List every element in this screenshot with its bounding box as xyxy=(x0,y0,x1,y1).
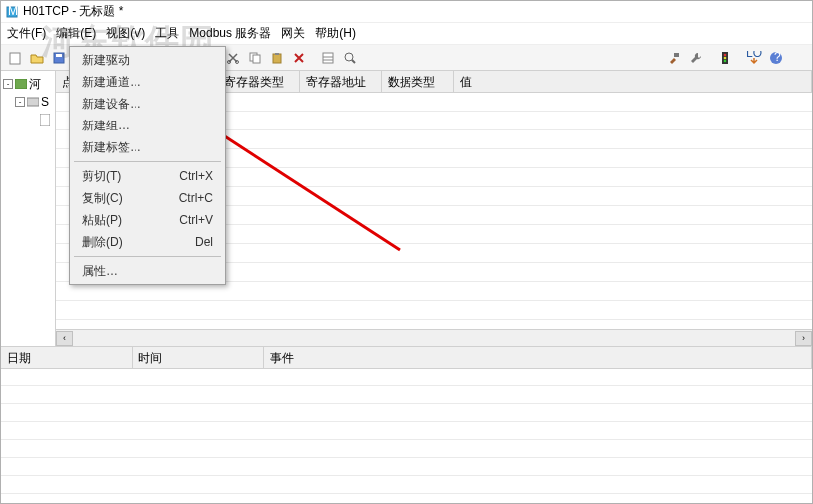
ctx-label: 新建组… xyxy=(82,118,130,134)
menu-help[interactable]: 帮助(H) xyxy=(315,25,356,42)
ctx-label: 新建通道… xyxy=(82,74,141,91)
tool-traffic-icon[interactable] xyxy=(715,48,735,68)
scroll-left-icon[interactable]: ‹ xyxy=(56,331,73,346)
svg-point-25 xyxy=(724,56,727,59)
menu-view[interactable]: 视图(V) xyxy=(106,25,145,42)
ctx-new-channel[interactable]: 新建通道… xyxy=(72,71,223,93)
ctx-new-group[interactable]: 新建组… xyxy=(72,115,223,136)
tree-root[interactable]: - 河 xyxy=(3,75,53,93)
menu-tools[interactable]: 工具 xyxy=(155,25,179,42)
ctx-label: 复制(C) xyxy=(82,190,123,207)
tool-cut-icon[interactable] xyxy=(223,48,243,68)
ctx-separator xyxy=(74,161,221,162)
tree-leaf-icon xyxy=(27,115,37,125)
tree-pane: - 河 - S xyxy=(1,71,56,346)
menu-modbus[interactable]: Modbus 服务器 xyxy=(189,25,271,42)
ctx-label: 属性… xyxy=(82,263,118,280)
ctx-label: 新建设备… xyxy=(82,96,141,113)
svg-point-24 xyxy=(724,53,727,56)
tool-zoom-icon[interactable] xyxy=(340,48,360,68)
menu-edit[interactable]: 编辑(E) xyxy=(56,25,96,42)
table-row xyxy=(56,301,812,320)
tree-child-1-label: S xyxy=(41,95,49,109)
ctx-new-tag[interactable]: 新建标签… xyxy=(72,136,223,158)
svg-rect-22 xyxy=(674,53,679,57)
tool-help-icon[interactable]: ? xyxy=(766,48,786,68)
menu-bar: 文件(F) 编辑(E) 视图(V) 工具 Modbus 服务器 网关 帮助(H) xyxy=(1,23,812,45)
tool-paste-icon[interactable] xyxy=(267,48,287,68)
svg-rect-15 xyxy=(273,54,281,63)
menu-gateway[interactable]: 网关 xyxy=(281,25,305,42)
ctx-shortcut: Del xyxy=(195,235,213,249)
log-col-date[interactable]: 日期 xyxy=(1,347,133,368)
tree-child-1[interactable]: - S xyxy=(3,93,53,111)
log-body[interactable] xyxy=(1,369,812,488)
ctx-separator xyxy=(74,256,221,257)
tree-collapse-icon[interactable]: - xyxy=(3,79,13,89)
svg-rect-17 xyxy=(323,53,333,63)
app-icon: M xyxy=(5,5,19,19)
tool-copy-icon[interactable] xyxy=(245,48,265,68)
ctx-new-driver[interactable]: 新建驱动 xyxy=(72,49,223,71)
tool-new-icon[interactable] xyxy=(5,48,25,68)
tree-root-label: 河 xyxy=(29,76,41,93)
table-row xyxy=(1,369,812,386)
ctx-label: 新建标签… xyxy=(82,139,141,156)
table-row xyxy=(1,404,812,422)
horizontal-scrollbar[interactable]: ‹ › xyxy=(56,329,812,346)
ctx-properties[interactable]: 属性… xyxy=(72,260,223,282)
menu-file[interactable]: 文件(F) xyxy=(7,25,46,42)
ctx-label: 粘贴(P) xyxy=(82,212,122,229)
col-reg-type[interactable]: 寄存器类型 xyxy=(218,71,300,92)
svg-rect-14 xyxy=(253,55,260,63)
ctx-new-device[interactable]: 新建设备… xyxy=(72,93,223,115)
svg-rect-31 xyxy=(27,98,39,106)
doc-icon xyxy=(39,114,51,126)
ctx-shortcut: Ctrl+X xyxy=(179,169,213,183)
ctx-shortcut: Ctrl+V xyxy=(179,213,213,227)
tool-load-icon[interactable]: LOAD xyxy=(744,48,764,68)
log-col-event[interactable]: 事件 xyxy=(264,347,812,368)
svg-text:M: M xyxy=(8,6,18,18)
svg-line-21 xyxy=(352,60,355,63)
tool-hammer-icon[interactable] xyxy=(665,48,684,68)
ctx-shortcut: Ctrl+C xyxy=(179,191,213,205)
window-title: H01TCP - 无标题 * xyxy=(23,3,123,20)
log-header: 日期 时间 事件 xyxy=(1,347,812,369)
tree-child-2[interactable] xyxy=(3,111,53,128)
col-reg-addr[interactable]: 寄存器地址 xyxy=(300,71,382,92)
svg-rect-32 xyxy=(40,114,50,126)
tool-save-icon[interactable] xyxy=(49,48,69,68)
svg-rect-30 xyxy=(15,79,27,89)
tool-wrench-icon[interactable] xyxy=(686,48,706,68)
tool-open-icon[interactable] xyxy=(27,48,47,68)
scroll-right-icon[interactable]: › xyxy=(795,331,812,346)
table-row xyxy=(1,422,812,440)
ctx-delete[interactable]: 删除(D)Del xyxy=(72,231,223,253)
ctx-paste[interactable]: 粘贴(P)Ctrl+V xyxy=(72,209,223,231)
title-bar: M H01TCP - 无标题 * xyxy=(1,1,812,23)
table-row xyxy=(1,440,812,458)
ctx-label: 删除(D) xyxy=(82,234,123,251)
device-icon xyxy=(27,96,39,108)
svg-rect-16 xyxy=(275,53,279,55)
folder-icon xyxy=(15,78,27,90)
tree-collapse-icon[interactable]: - xyxy=(15,97,25,107)
table-row xyxy=(1,458,812,476)
tool-delete-icon[interactable] xyxy=(289,48,309,68)
ctx-label: 剪切(T) xyxy=(82,168,121,185)
ctx-cut[interactable]: 剪切(T)Ctrl+X xyxy=(72,165,223,187)
context-menu: 新建驱动 新建通道… 新建设备… 新建组… 新建标签… 剪切(T)Ctrl+X … xyxy=(69,46,226,285)
ctx-copy[interactable]: 复制(C)Ctrl+C xyxy=(72,187,223,209)
tool-props-icon[interactable] xyxy=(318,48,338,68)
ctx-label: 新建驱动 xyxy=(82,52,130,69)
col-data-type[interactable]: 数据类型 xyxy=(382,71,454,92)
log-col-time[interactable]: 时间 xyxy=(133,347,264,368)
svg-point-20 xyxy=(345,53,353,61)
svg-text:?: ? xyxy=(774,51,781,64)
svg-point-26 xyxy=(724,59,727,62)
table-row xyxy=(1,386,812,404)
table-row xyxy=(1,476,812,494)
svg-rect-3 xyxy=(10,53,20,64)
col-value[interactable]: 值 xyxy=(454,71,812,92)
